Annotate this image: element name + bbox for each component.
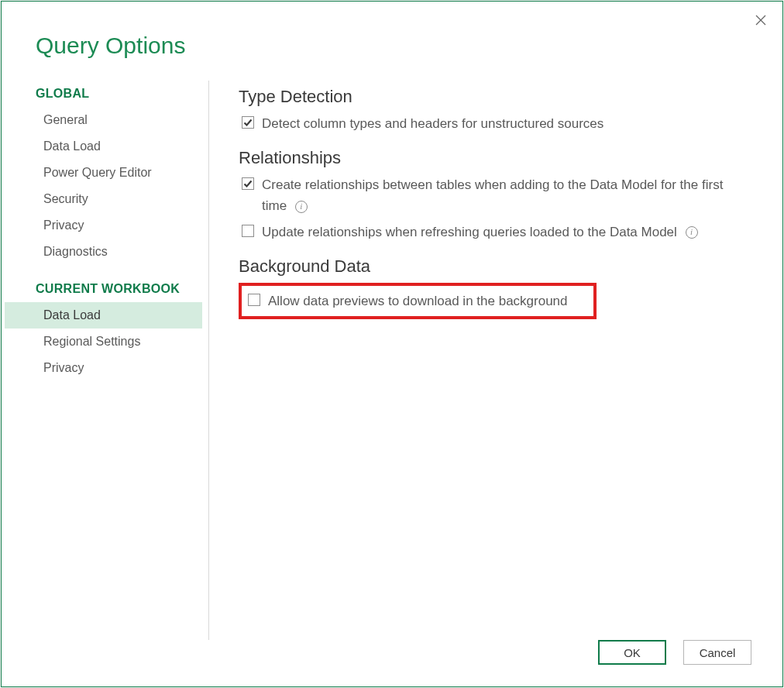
option-allow-background-download[interactable]: Allow data previews to download in the b… [245, 291, 587, 311]
dialog-footer: OK Cancel [2, 640, 782, 686]
info-icon[interactable]: i [295, 201, 308, 213]
sidebar-section-current-workbook: CURRENT WORKBOOK Data Load Regional Sett… [2, 282, 208, 381]
sidebar-header-current-workbook: CURRENT WORKBOOK [2, 282, 208, 302]
checkbox-allow-background-download[interactable] [248, 294, 260, 306]
sidebar-item-regional-settings[interactable]: Regional Settings [2, 329, 208, 355]
sidebar-item-general[interactable]: General [2, 107, 208, 133]
close-button[interactable] [753, 12, 769, 28]
content-area: GLOBAL General Data Load Power Query Edi… [2, 59, 782, 640]
checkbox-create-relationships[interactable] [242, 177, 254, 190]
option-update-relationships[interactable]: Update relationships when refreshing que… [239, 222, 751, 243]
heading-background-data: Background Data [239, 256, 751, 277]
query-options-dialog: Query Options GLOBAL General Data Load P… [1, 1, 783, 687]
sidebar-item-security[interactable]: Security [2, 186, 208, 212]
ok-button[interactable]: OK [598, 640, 666, 665]
checkbox-update-relationships[interactable] [242, 225, 254, 237]
main-pane: Type Detection Detect column types and h… [209, 81, 782, 640]
label-detect-column-types: Detect column types and headers for unst… [262, 113, 603, 134]
checkbox-detect-column-types[interactable] [242, 116, 254, 129]
label-create-relationships: Create relationships between tables when… [262, 174, 751, 216]
sidebar-item-data-load-global[interactable]: Data Load [2, 133, 208, 160]
label-update-relationships: Update relationships when refreshing que… [262, 222, 698, 243]
sidebar-item-privacy-workbook[interactable]: Privacy [2, 355, 208, 381]
info-icon[interactable]: i [686, 226, 698, 239]
option-detect-column-types[interactable]: Detect column types and headers for unst… [239, 113, 751, 134]
checkmark-icon [243, 179, 253, 188]
sidebar-item-diagnostics[interactable]: Diagnostics [2, 239, 208, 265]
checkmark-icon [243, 118, 253, 127]
sidebar: GLOBAL General Data Load Power Query Edi… [2, 81, 209, 640]
option-create-relationships[interactable]: Create relationships between tables when… [239, 174, 751, 216]
heading-relationships: Relationships [239, 148, 751, 168]
cancel-button[interactable]: Cancel [683, 640, 751, 665]
sidebar-header-global: GLOBAL [2, 87, 208, 107]
label-allow-background-download: Allow data previews to download in the b… [268, 291, 568, 311]
sidebar-item-data-load-workbook[interactable]: Data Load [5, 302, 202, 329]
sidebar-item-power-query-editor[interactable]: Power Query Editor [2, 160, 208, 186]
sidebar-section-global: GLOBAL General Data Load Power Query Edi… [2, 87, 208, 265]
dialog-title: Query Options [2, 2, 782, 59]
highlight-box: Allow data previews to download in the b… [239, 283, 597, 319]
heading-type-detection: Type Detection [239, 87, 751, 107]
close-icon [755, 14, 767, 26]
sidebar-item-privacy-global[interactable]: Privacy [2, 212, 208, 239]
